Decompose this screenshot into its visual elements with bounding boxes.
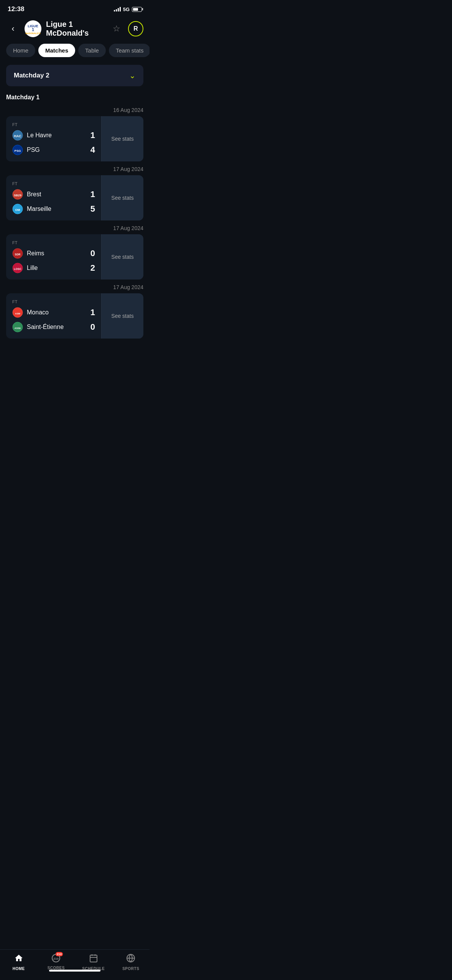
match-date-4: 17 Aug 2024 <box>0 281 150 293</box>
league-logo: LIGUE 1 McDONALD'S <box>25 20 41 37</box>
star-icon: ☆ <box>113 24 120 34</box>
svg-text:LOSC: LOSC <box>14 268 21 270</box>
matchday-selector[interactable]: Matchday 2 ⌄ <box>6 65 143 86</box>
svg-text:OM: OM <box>15 208 20 212</box>
back-arrow-icon: ‹ <box>12 24 14 34</box>
match-card-2[interactable]: FT SB29 Brest 1 OM Marsei <box>6 175 143 220</box>
svg-text:HAC: HAC <box>14 134 21 138</box>
reims-logo: SDR <box>12 248 23 259</box>
match-date-1: 16 Aug 2024 <box>0 104 150 116</box>
tab-team-stats[interactable]: Team stats <box>109 44 150 57</box>
home-team-row-3: SDR Reims 0 <box>12 248 95 259</box>
see-stats-button-2[interactable]: See stats <box>101 175 143 220</box>
lille-logo: LOSC <box>12 263 23 273</box>
header: ‹ LIGUE 1 McDONALD'S Ligue 1 McDonald's … <box>0 16 150 44</box>
svg-text:SDR: SDR <box>15 253 21 256</box>
svg-text:PSG: PSG <box>15 149 21 153</box>
match-main-2: FT SB29 Brest 1 OM Marsei <box>6 175 101 220</box>
see-stats-button-4[interactable]: See stats <box>101 293 143 339</box>
chevron-down-icon: ⌄ <box>129 71 136 80</box>
away-team-score-4: 0 <box>84 322 95 332</box>
away-team-score-1: 4 <box>84 145 95 155</box>
match-status-2: FT <box>12 181 95 186</box>
home-team-row-2: SB29 Brest 1 <box>12 189 95 200</box>
svg-text:McDONALD'S: McDONALD'S <box>25 32 40 35</box>
away-team-score-2: 5 <box>84 204 95 214</box>
see-stats-button-3[interactable]: See stats <box>101 234 143 280</box>
nav-tabs: Home Matches Table Team stats P... <box>0 44 150 57</box>
home-team-name-3: Reims <box>27 250 84 257</box>
match-date-2: 17 Aug 2024 <box>0 163 150 175</box>
match-card-3[interactable]: FT SDR Reims 0 LOSC Lille <box>6 234 143 280</box>
away-team-row-1: PSG PSG 4 <box>12 145 95 155</box>
brest-logo: SB29 <box>12 189 23 200</box>
match-card-1[interactable]: FT HAC Le Havre 1 PSG PSG <box>6 116 143 161</box>
svg-text:ASM: ASM <box>15 312 20 315</box>
status-bar: 12:38 5G <box>0 0 150 16</box>
home-team-row-1: HAC Le Havre 1 <box>12 130 95 141</box>
match-status-3: FT <box>12 240 95 245</box>
favorite-button[interactable]: ☆ <box>110 22 123 36</box>
home-team-name-4: Monaco <box>27 309 84 316</box>
record-button[interactable]: R <box>128 21 143 36</box>
match-date-3: 17 Aug 2024 <box>0 222 150 234</box>
saintetienne-logo: ASSE <box>12 322 23 332</box>
away-team-name-1: PSG <box>27 146 84 153</box>
home-team-name-2: Brest <box>27 191 84 198</box>
marseille-logo: OM <box>12 204 23 214</box>
league-name: Ligue 1 McDonald's <box>46 20 105 38</box>
match-status-4: FT <box>12 299 95 304</box>
tab-matches[interactable]: Matches <box>38 44 75 57</box>
le-havre-logo: HAC <box>12 130 23 141</box>
signal-icon <box>114 7 121 12</box>
match-main-4: FT ASM Monaco 1 ASSE Sain <box>6 293 101 339</box>
status-icons: 5G <box>114 7 142 12</box>
away-team-row-2: OM Marseille 5 <box>12 204 95 214</box>
away-team-score-3: 2 <box>84 263 95 273</box>
home-team-score-2: 1 <box>84 189 95 199</box>
svg-text:SB29: SB29 <box>14 194 22 197</box>
status-time: 12:38 <box>8 5 24 13</box>
match-card-4[interactable]: FT ASM Monaco 1 ASSE Sain <box>6 293 143 339</box>
home-team-score-1: 1 <box>84 130 95 140</box>
battery-icon <box>132 7 142 12</box>
match-main-3: FT SDR Reims 0 LOSC Lille <box>6 234 101 280</box>
record-icon: R <box>133 25 138 32</box>
svg-text:1: 1 <box>32 27 34 32</box>
home-team-score-4: 1 <box>84 307 95 317</box>
content-area: Matchday 2 ⌄ Matchday 1 16 Aug 2024 FT H… <box>0 65 150 378</box>
tab-table[interactable]: Table <box>78 44 106 57</box>
away-team-name-3: Lille <box>27 265 84 271</box>
section-matchday1: Matchday 1 <box>0 94 150 104</box>
match-main-1: FT HAC Le Havre 1 PSG PSG <box>6 116 101 161</box>
monaco-logo: ASM <box>12 307 23 318</box>
home-team-name-1: Le Havre <box>27 132 84 139</box>
home-team-row-4: ASM Monaco 1 <box>12 307 95 318</box>
psg-logo: PSG <box>12 145 23 155</box>
network-type: 5G <box>123 7 130 12</box>
matchday-label: Matchday 2 <box>14 72 49 79</box>
svg-text:ASSE: ASSE <box>15 327 21 329</box>
away-team-name-4: Saint-Étienne <box>27 324 84 331</box>
away-team-name-2: Marseille <box>27 206 84 212</box>
away-team-row-4: ASSE Saint-Étienne 0 <box>12 322 95 332</box>
away-team-row-3: LOSC Lille 2 <box>12 263 95 273</box>
match-status-1: FT <box>12 122 95 127</box>
back-button[interactable]: ‹ <box>6 22 20 36</box>
home-team-score-3: 0 <box>84 248 95 258</box>
tab-home[interactable]: Home <box>6 44 35 57</box>
see-stats-button-1[interactable]: See stats <box>101 116 143 161</box>
